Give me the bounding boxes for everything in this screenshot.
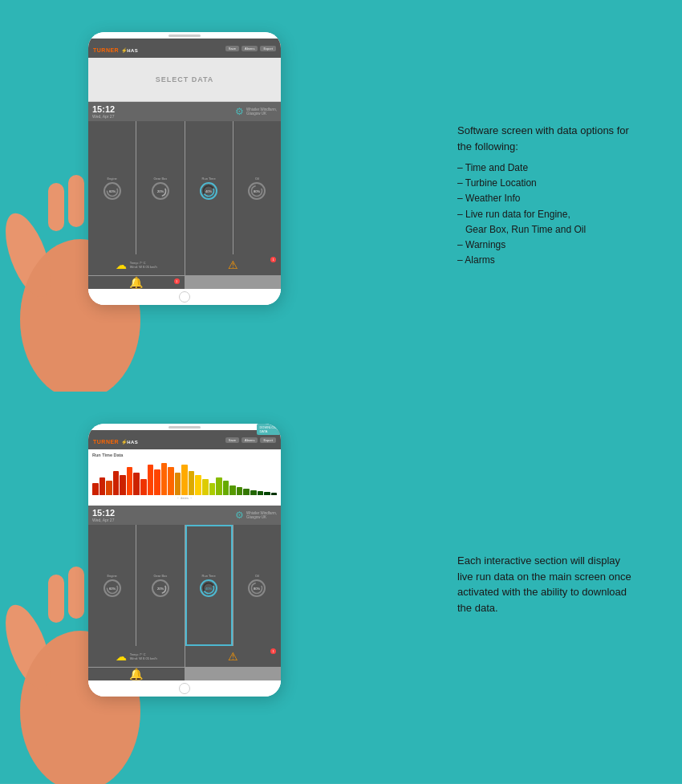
time-display-2: 15:12 [92, 508, 115, 518]
bar-10 [154, 469, 160, 495]
gearbox-label-2: Gear Box [153, 574, 167, 578]
app-header-1: TURNER ⚡HAS Save Alarms Export [88, 39, 281, 58]
wind-icon-2: ⚙ [235, 510, 244, 521]
panel-1: TURNER ⚡HAS Save Alarms Export SELECT DA… [0, 0, 682, 392]
bar-23 [243, 489, 250, 495]
download-btn[interactable]: DOWNLOADDATA [257, 430, 281, 435]
tablet-top-bar-2 [88, 424, 281, 430]
oil-cell-2[interactable]: Oil 80% [233, 525, 281, 646]
engine-label-1: Engine [107, 177, 116, 181]
warning-cell-2[interactable]: ⚠ 1 [185, 646, 282, 667]
bar-26 [264, 492, 270, 495]
info-bar-1: 15:12 Wed, Apr 27 ⚙ Whistler Windfarm,Gl… [88, 102, 281, 121]
bar-16 [195, 475, 201, 495]
alarm-cell-1[interactable]: 🔔 1 [88, 276, 185, 289]
date-display-1: Wed, Apr 27 [92, 114, 115, 119]
bar-27 [271, 493, 278, 495]
app-header-2: TURNER ⚡HAS Save Alarms Export [88, 430, 281, 449]
date-display-2: Wed, Apr 27 [92, 518, 115, 522]
bar-22 [237, 487, 243, 495]
bar-11 [161, 463, 168, 495]
alarm-badge-1: 1 [174, 278, 180, 284]
bullet-item-6: Alarms [457, 253, 634, 268]
cloud-icon-2: ☁ [116, 650, 127, 663]
app-logo-1: TURNER ⚡HAS [93, 41, 138, 55]
runtime-cell-1[interactable]: Run Time 40% [185, 121, 233, 254]
bar-12 [168, 467, 174, 495]
export-btn-2[interactable]: Export [260, 437, 276, 443]
select-data-area[interactable]: SELECT DATA [88, 58, 281, 102]
bar-1 [92, 483, 99, 495]
tablet-screen-2: TURNER ⚡HAS Save Alarms Export Run Time … [88, 430, 281, 680]
oil-label-2: Oil [255, 574, 259, 578]
warning-icon-2: ⚠ [228, 650, 238, 663]
home-circle-2 [179, 683, 190, 694]
bar-3 [106, 481, 112, 495]
svg-rect-22 [68, 567, 84, 619]
export-btn-1[interactable]: Export [260, 46, 276, 51]
svg-text:80%: 80% [254, 587, 261, 591]
bar-4 [113, 471, 120, 495]
header-buttons-1: Save Alarms Export [225, 46, 276, 51]
alarms-btn-1[interactable]: Alarms [242, 46, 258, 51]
svg-text:20%: 20% [157, 189, 164, 193]
time-display-1: 15:12 [92, 104, 115, 114]
engine-label-2: Engine [107, 574, 116, 578]
bar-25 [258, 491, 264, 495]
tablet-home-btn-2 [88, 680, 281, 697]
bullet-item-4: Live run data for Engine, Gear Box, Run … [457, 207, 634, 238]
weather-info-2: Temp: 7° C Wind: W 8.05 km/h [130, 652, 157, 660]
location-display-1: ⚙ Whistler Windfarm,Glasgow UK [235, 106, 277, 117]
gearbox-cell-1[interactable]: Gear Box 20% [136, 121, 184, 254]
weather-warning-row-2: ☁ Temp: 7° C Wind: W 8.05 km/h ⚠ 1 🔔 [88, 646, 281, 680]
bar-20 [223, 481, 229, 495]
bar-15 [189, 471, 195, 495]
svg-text:60%: 60% [109, 189, 116, 193]
save-btn-1[interactable]: Save [225, 46, 239, 51]
description-title-1: Software screen with data options for th… [457, 123, 634, 154]
description-2: Each interactive section will display li… [457, 553, 634, 622]
weather-cell-2: ☁ Temp: 7° C Wind: W 8.05 km/h [88, 646, 185, 667]
tablet-top-bar-1 [88, 32, 281, 39]
device-container-1: TURNER ⚡HAS Save Alarms Export SELECT DA… [0, 0, 337, 392]
oil-cell-1[interactable]: Oil 80% [233, 121, 281, 254]
bar-17 [202, 479, 209, 495]
location-display-2: ⚙ Whistler Windfarm,Glasgow UK [235, 510, 277, 521]
panel-2: TURNER ⚡HAS Save Alarms Export Run Time … [0, 392, 682, 783]
svg-text:40%: 40% [205, 587, 213, 591]
warning-cell-1[interactable]: ⚠ 1 [185, 254, 282, 275]
weather-info-1: Temp: 7° C Wind: W 8.05 km/h [130, 261, 157, 269]
runtime-cell-2[interactable]: Run Time 40% [185, 525, 233, 646]
tablet-home-btn-1 [88, 289, 281, 305]
svg-text:80%: 80% [254, 189, 261, 193]
gearbox-cell-2[interactable]: Gear Box 20% [136, 525, 184, 646]
tablet-screen-1: TURNER ⚡HAS Save Alarms Export SELECT DA… [88, 39, 281, 289]
bar-7 [133, 473, 140, 495]
save-btn-2[interactable]: Save [225, 437, 239, 443]
bar-chart [92, 459, 277, 495]
location-text-1: Whistler Windfarm,Glasgow UK [246, 108, 277, 116]
bar-8 [140, 479, 147, 495]
engine-cell-1[interactable]: Engine 60% [88, 121, 136, 254]
engine-gauge-1: 60% [104, 182, 121, 200]
chart-x-label: ← dates → [92, 496, 277, 500]
tablet-speaker-2 [168, 426, 201, 429]
alarms-btn-2[interactable]: Alarms [242, 437, 258, 443]
bullet-item-5: Warnings [457, 238, 634, 253]
alarm-cell-2[interactable]: 🔔 [88, 668, 185, 680]
cloud-icon-1: ☁ [116, 258, 127, 271]
info-bar-2: 15:12 Wed, Apr 27 ⚙ Whistler Windfarm,Gl… [88, 506, 281, 525]
bar-21 [229, 485, 236, 495]
svg-rect-3 [68, 175, 84, 227]
wind-text-2: Wind: W 8.05 km/h [130, 656, 157, 660]
engine-cell-2[interactable]: Engine 60% [88, 525, 136, 646]
wind-text-1: Wind: W 8.05 km/h [130, 265, 157, 269]
tablet-2: TURNER ⚡HAS Save Alarms Export Run Time … [88, 424, 281, 697]
runtime-label-1: Run Time [202, 177, 216, 181]
gearbox-gauge-2: 20% [152, 579, 169, 597]
bar-14 [181, 465, 188, 495]
warning-icon-1: ⚠ [228, 258, 238, 271]
wind-icon-1: ⚙ [235, 106, 244, 117]
bar-18 [209, 483, 216, 495]
alarm-icon-2: 🔔 [129, 668, 143, 680]
